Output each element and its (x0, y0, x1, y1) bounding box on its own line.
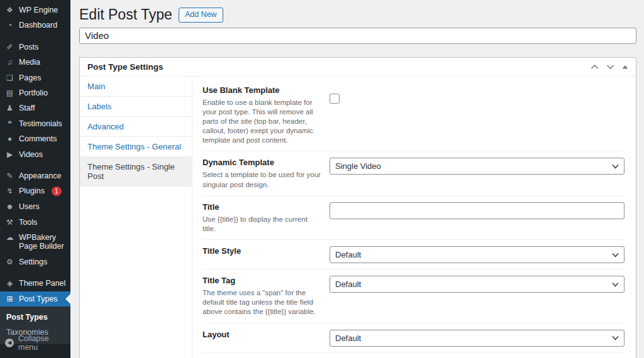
sidebar-item-label: Pages (19, 73, 41, 82)
pages-icon: ❏ (5, 73, 14, 82)
sidebar-item-pages[interactable]: ❏Pages (0, 70, 70, 85)
sidebar-item-posts[interactable]: ✐Posts (0, 40, 70, 55)
main-content: Edit Post Type Add New Post Type Setting… (70, 0, 644, 358)
menu-separator (0, 162, 70, 168)
tools-icon: ⚒ (5, 218, 14, 227)
field-info: Title Tag The theme uses a "span" for th… (203, 276, 330, 317)
field-row-dynamic-template: Dynamic Template Select a template to be… (203, 151, 625, 195)
field-row-next-previous-links: Next/Previous Links (203, 352, 625, 358)
sidebar-item-media[interactable]: ♫Media (0, 55, 70, 70)
staff-icon: ♟ (5, 104, 14, 112)
wp-engine-icon: ❖ (5, 6, 14, 14)
metabox-body: MainLabelsAdvancedTheme Settings - Gener… (80, 77, 636, 358)
tab-theme-settings-single-post[interactable]: Theme Settings - Single Post (80, 157, 192, 187)
field-label: Title Tag (203, 276, 321, 285)
sidebar-item-label: Users (19, 202, 40, 211)
sidebar-item-post-types[interactable]: ⊞Post Types (0, 291, 70, 306)
add-new-button[interactable]: Add New (179, 8, 223, 23)
chevron-up-icon[interactable] (591, 64, 599, 70)
testimonials-icon: ❝ (5, 119, 14, 128)
sidebar-item-tools[interactable]: ⚒Tools (0, 215, 70, 230)
field-info: Use Blank Template Enable to use a blank… (203, 85, 330, 146)
sidebar-item-users[interactable]: ☻Users (0, 199, 70, 214)
metabox-header: Post Type Settings (80, 58, 636, 77)
post-type-settings-metabox: Post Type Settings MainLabelsAdvancedThe… (79, 57, 636, 358)
sidebar-item-label: Comments (19, 134, 57, 143)
triangle-up-icon[interactable] (622, 65, 628, 69)
page-header: Edit Post Type Add New (79, 6, 636, 24)
sidebar-item-label: Dashboard (19, 21, 57, 30)
sidebar-item-label: Post Types (19, 295, 58, 303)
sidebar-item-label: Videos (19, 150, 43, 159)
theme-panel-icon: ◈ (5, 279, 14, 288)
field-control (330, 85, 625, 146)
plugins-icon: ↯ (5, 187, 14, 195)
appearance-icon: ✎ (5, 171, 14, 180)
sidebar-item-label: Plugins (19, 187, 45, 195)
dynamic-template-select[interactable]: Single Video (330, 158, 625, 175)
portfolio-icon: ▤ (5, 89, 14, 97)
sidebar-item-wp-engine[interactable]: ❖WP Engine (0, 3, 70, 18)
sidebar-item-comments[interactable]: ●Comments (0, 131, 70, 146)
settings-tabs: MainLabelsAdvancedTheme Settings - Gener… (80, 77, 192, 358)
sidebar-item-settings[interactable]: ⚙Settings (0, 254, 70, 269)
wpbakery-icon: ☁ (5, 233, 14, 242)
metabox-actions (591, 64, 628, 70)
posts-icon: ✐ (5, 43, 14, 52)
sidebar-item-label: Appearance (19, 171, 61, 180)
field-row-layout: Layout Default (203, 323, 625, 352)
field-description: Enable to use a blank template for your … (203, 98, 321, 146)
field-label: Title (203, 202, 321, 212)
field-row-title: Title Use {{title}} to display the curre… (203, 195, 625, 239)
use-blank-template-checkbox[interactable] (330, 94, 340, 104)
sidebar-item-plugins[interactable]: ↯Plugins1 (0, 183, 70, 199)
post-type-name-input[interactable] (79, 28, 636, 44)
sidebar-item-staff[interactable]: ♟Staff (0, 100, 70, 116)
sidebar-item-wpbakery-page-builder[interactable]: ☁WPBakery Page Builder (0, 230, 70, 254)
sidebar-item-label: Posts (19, 43, 38, 52)
sidebar-menu: ❖WP Engine◔Dashboard✐Posts♫Media❏Pages▤P… (0, 0, 70, 306)
tab-labels[interactable]: Labels (80, 97, 192, 117)
field-label: Title Style (203, 246, 321, 256)
field-label: Use Blank Template (203, 85, 321, 95)
sidebar-item-dashboard[interactable]: ◔Dashboard (0, 18, 70, 33)
post-types-icon: ⊞ (5, 295, 14, 303)
title-tag-select[interactable]: Default (330, 276, 625, 293)
sidebar-item-label: Settings (19, 258, 47, 266)
plugins-update-badge: 1 (52, 187, 62, 196)
chevron-down-icon[interactable] (606, 64, 614, 70)
comments-icon: ● (5, 134, 14, 143)
title-style-select-wrap: Default (330, 246, 625, 263)
sidebar-item-label: Theme Panel (19, 279, 65, 288)
submenu-item-post-types[interactable]: Post Types (0, 310, 70, 325)
sidebar-item-testimonials[interactable]: ❝Testimonials (0, 116, 70, 131)
settings-icon: ⚙ (5, 258, 14, 266)
sidebar-item-portfolio[interactable]: ▤Portfolio (0, 85, 70, 100)
field-row-use-blank-template: Use Blank Template Enable to use a blank… (203, 79, 625, 151)
field-description: Select a template to be used for your si… (203, 170, 321, 189)
field-control: Default (330, 246, 625, 263)
sidebar-item-videos[interactable]: ▶Videos (0, 147, 70, 162)
page-title: Edit Post Type (79, 6, 172, 24)
sidebar-item-appearance[interactable]: ✎Appearance (0, 168, 70, 183)
sidebar-item-label: Testimonials (19, 119, 62, 128)
field-info: Title Use {{title}} to display the curre… (203, 202, 330, 234)
sidebar-item-label: Tools (19, 218, 37, 227)
layout-select[interactable]: Default (330, 330, 625, 347)
field-info: Title Style (203, 246, 330, 263)
sidebar-item-theme-panel[interactable]: ◈Theme Panel (0, 276, 70, 291)
sidebar-item-label: Portfolio (19, 89, 48, 97)
field-description: Use {{title}} to display the current tit… (203, 215, 321, 234)
videos-icon: ▶ (5, 150, 14, 159)
collapse-icon: ◀ (5, 339, 14, 347)
sidebar-item-label: Staff (19, 104, 35, 112)
title-style-select[interactable]: Default (330, 246, 625, 263)
title-input[interactable] (330, 202, 625, 219)
dashboard-icon: ◔ (5, 21, 14, 30)
sidebar-item-label: Media (19, 58, 40, 67)
tab-theme-settings-general[interactable]: Theme Settings - General (80, 137, 192, 157)
menu-separator (0, 269, 70, 276)
tab-main[interactable]: Main (80, 77, 192, 97)
tab-advanced[interactable]: Advanced (80, 117, 192, 137)
collapse-menu-button[interactable]: ◀ Collapse menu (0, 330, 70, 355)
